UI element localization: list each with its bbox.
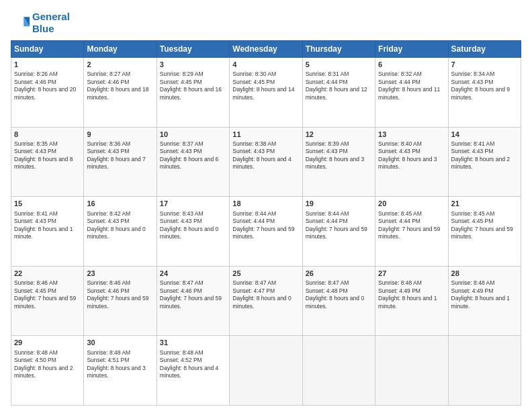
- calendar-week-4: 22Sunrise: 8:46 AMSunset: 4:45 PMDayligh…: [11, 266, 521, 336]
- day-info: Sunrise: 8:44 AMSunset: 4:44 PMDaylight:…: [232, 210, 299, 241]
- calendar-week-1: 1Sunrise: 8:26 AMSunset: 4:46 PMDaylight…: [11, 58, 521, 128]
- day-info: Sunrise: 8:48 AMSunset: 4:50 PMDaylight:…: [14, 349, 81, 380]
- header: General Blue: [11, 11, 521, 35]
- calendar-cell: 26Sunrise: 8:47 AMSunset: 4:48 PMDayligh…: [302, 266, 375, 336]
- calendar-cell: 17Sunrise: 8:43 AMSunset: 4:43 PMDayligh…: [157, 197, 229, 267]
- calendar-header-row: SundayMondayTuesdayWednesdayThursdayFrid…: [11, 41, 521, 58]
- calendar-cell: 25Sunrise: 8:47 AMSunset: 4:47 PMDayligh…: [230, 266, 302, 336]
- day-info: Sunrise: 8:41 AMSunset: 4:43 PMDaylight:…: [14, 210, 81, 241]
- day-number: 26: [306, 269, 372, 279]
- calendar-header-friday: Friday: [375, 41, 448, 58]
- calendar-cell: 15Sunrise: 8:41 AMSunset: 4:43 PMDayligh…: [11, 197, 84, 267]
- day-number: 14: [451, 130, 518, 140]
- day-number: 4: [232, 60, 299, 70]
- day-info: Sunrise: 8:45 AMSunset: 4:45 PMDaylight:…: [451, 210, 518, 241]
- day-number: 28: [451, 269, 518, 279]
- day-number: 17: [160, 199, 226, 209]
- calendar-cell: 27Sunrise: 8:48 AMSunset: 4:49 PMDayligh…: [375, 266, 448, 336]
- calendar-cell: 11Sunrise: 8:38 AMSunset: 4:43 PMDayligh…: [230, 127, 302, 197]
- calendar-cell: 12Sunrise: 8:39 AMSunset: 4:43 PMDayligh…: [302, 127, 375, 197]
- calendar-cell: 24Sunrise: 8:47 AMSunset: 4:46 PMDayligh…: [157, 266, 229, 336]
- calendar-cell: 4Sunrise: 8:30 AMSunset: 4:45 PMDaylight…: [230, 58, 302, 128]
- day-info: Sunrise: 8:48 AMSunset: 4:49 PMDaylight:…: [451, 279, 518, 310]
- day-info: Sunrise: 8:38 AMSunset: 4:43 PMDaylight:…: [232, 140, 299, 171]
- calendar-cell: 30Sunrise: 8:48 AMSunset: 4:51 PMDayligh…: [84, 336, 157, 406]
- day-number: 10: [160, 130, 226, 140]
- calendar-header-monday: Monday: [84, 41, 157, 58]
- day-info: Sunrise: 8:34 AMSunset: 4:43 PMDaylight:…: [451, 71, 518, 101]
- logo-icon: [11, 13, 30, 32]
- day-info: Sunrise: 8:37 AMSunset: 4:43 PMDaylight:…: [160, 140, 226, 171]
- calendar-header-thursday: Thursday: [302, 41, 375, 58]
- day-number: 27: [378, 269, 445, 279]
- calendar-cell: 19Sunrise: 8:44 AMSunset: 4:44 PMDayligh…: [302, 197, 375, 267]
- day-number: 29: [14, 338, 81, 348]
- day-info: Sunrise: 8:42 AMSunset: 4:43 PMDaylight:…: [87, 210, 153, 241]
- logo: General Blue: [11, 11, 70, 35]
- day-number: 9: [87, 130, 153, 140]
- calendar-cell: 13Sunrise: 8:40 AMSunset: 4:43 PMDayligh…: [375, 127, 448, 197]
- day-number: 5: [306, 60, 372, 70]
- day-info: Sunrise: 8:47 AMSunset: 4:47 PMDaylight:…: [232, 279, 299, 310]
- day-number: 21: [451, 199, 518, 209]
- calendar-cell: 10Sunrise: 8:37 AMSunset: 4:43 PMDayligh…: [157, 127, 229, 197]
- calendar-header-tuesday: Tuesday: [157, 41, 229, 58]
- calendar-cell: 22Sunrise: 8:46 AMSunset: 4:45 PMDayligh…: [11, 266, 84, 336]
- calendar-cell: 20Sunrise: 8:45 AMSunset: 4:44 PMDayligh…: [375, 197, 448, 267]
- calendar-cell: 23Sunrise: 8:46 AMSunset: 4:46 PMDayligh…: [84, 266, 157, 336]
- day-number: 30: [87, 338, 153, 348]
- calendar-cell: 3Sunrise: 8:29 AMSunset: 4:45 PMDaylight…: [157, 58, 229, 128]
- calendar-header-wednesday: Wednesday: [230, 41, 302, 58]
- day-number: 13: [378, 130, 445, 140]
- day-number: 7: [451, 60, 518, 70]
- day-info: Sunrise: 8:31 AMSunset: 4:44 PMDaylight:…: [306, 71, 372, 101]
- day-info: Sunrise: 8:26 AMSunset: 4:46 PMDaylight:…: [14, 71, 81, 101]
- day-number: 6: [378, 60, 445, 70]
- logo-text: General Blue: [32, 11, 70, 35]
- day-info: Sunrise: 8:45 AMSunset: 4:44 PMDaylight:…: [378, 210, 445, 241]
- calendar-table: SundayMondayTuesdayWednesdayThursdayFrid…: [11, 40, 521, 406]
- day-info: Sunrise: 8:46 AMSunset: 4:45 PMDaylight:…: [14, 279, 81, 310]
- day-number: 19: [306, 199, 372, 209]
- calendar-cell: [375, 336, 448, 406]
- day-info: Sunrise: 8:44 AMSunset: 4:44 PMDaylight:…: [306, 210, 372, 241]
- day-info: Sunrise: 8:40 AMSunset: 4:43 PMDaylight:…: [378, 140, 445, 171]
- day-info: Sunrise: 8:46 AMSunset: 4:46 PMDaylight:…: [87, 279, 153, 310]
- calendar-header-sunday: Sunday: [11, 41, 84, 58]
- day-info: Sunrise: 8:48 AMSunset: 4:49 PMDaylight:…: [378, 279, 445, 310]
- day-info: Sunrise: 8:39 AMSunset: 4:43 PMDaylight:…: [306, 140, 372, 171]
- calendar-cell: 7Sunrise: 8:34 AMSunset: 4:43 PMDaylight…: [448, 58, 521, 128]
- day-number: 2: [87, 60, 153, 70]
- calendar-cell: 8Sunrise: 8:35 AMSunset: 4:43 PMDaylight…: [11, 127, 84, 197]
- calendar-cell: [230, 336, 302, 406]
- day-number: 24: [160, 269, 226, 279]
- day-info: Sunrise: 8:48 AMSunset: 4:51 PMDaylight:…: [87, 349, 153, 380]
- day-number: 15: [14, 199, 81, 209]
- day-number: 22: [14, 269, 81, 279]
- day-info: Sunrise: 8:41 AMSunset: 4:43 PMDaylight:…: [451, 140, 518, 171]
- day-info: Sunrise: 8:47 AMSunset: 4:46 PMDaylight:…: [160, 279, 226, 310]
- day-number: 11: [232, 130, 299, 140]
- calendar-week-3: 15Sunrise: 8:41 AMSunset: 4:43 PMDayligh…: [11, 197, 521, 267]
- day-number: 31: [160, 338, 226, 348]
- calendar-week-5: 29Sunrise: 8:48 AMSunset: 4:50 PMDayligh…: [11, 336, 521, 406]
- calendar-cell: 29Sunrise: 8:48 AMSunset: 4:50 PMDayligh…: [11, 336, 84, 406]
- day-info: Sunrise: 8:27 AMSunset: 4:46 PMDaylight:…: [87, 71, 153, 101]
- calendar-cell: 6Sunrise: 8:32 AMSunset: 4:44 PMDaylight…: [375, 58, 448, 128]
- day-number: 8: [14, 130, 81, 140]
- day-number: 20: [378, 199, 445, 209]
- calendar-cell: 9Sunrise: 8:36 AMSunset: 4:43 PMDaylight…: [84, 127, 157, 197]
- calendar-cell: 16Sunrise: 8:42 AMSunset: 4:43 PMDayligh…: [84, 197, 157, 267]
- calendar-cell: 21Sunrise: 8:45 AMSunset: 4:45 PMDayligh…: [448, 197, 521, 267]
- day-info: Sunrise: 8:30 AMSunset: 4:45 PMDaylight:…: [232, 71, 299, 101]
- calendar-cell: 31Sunrise: 8:48 AMSunset: 4:52 PMDayligh…: [157, 336, 229, 406]
- page: General Blue SundayMondayTuesdayWednesda…: [0, 0, 532, 411]
- day-info: Sunrise: 8:48 AMSunset: 4:52 PMDaylight:…: [160, 349, 226, 380]
- calendar-cell: 1Sunrise: 8:26 AMSunset: 4:46 PMDaylight…: [11, 58, 84, 128]
- calendar-cell: 18Sunrise: 8:44 AMSunset: 4:44 PMDayligh…: [230, 197, 302, 267]
- calendar-cell: 14Sunrise: 8:41 AMSunset: 4:43 PMDayligh…: [448, 127, 521, 197]
- day-info: Sunrise: 8:36 AMSunset: 4:43 PMDaylight:…: [87, 140, 153, 171]
- calendar-week-2: 8Sunrise: 8:35 AMSunset: 4:43 PMDaylight…: [11, 127, 521, 197]
- day-info: Sunrise: 8:35 AMSunset: 4:43 PMDaylight:…: [14, 140, 81, 171]
- calendar-cell: 5Sunrise: 8:31 AMSunset: 4:44 PMDaylight…: [302, 58, 375, 128]
